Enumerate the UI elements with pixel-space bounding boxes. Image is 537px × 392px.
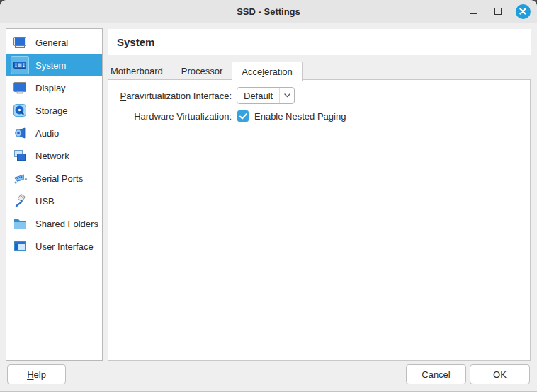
chevron-down-icon (279, 88, 294, 103)
sidebar-item-label: General (35, 38, 68, 48)
sidebar-item-label: Audio (35, 128, 59, 139)
sidebar-item-usb[interactable]: USB (6, 190, 102, 212)
tab-acceleration[interactable]: Acceleration (232, 62, 303, 81)
hardware-virtualization-row: Hardware Virtualization: Enable Nested P… (113, 110, 530, 122)
sidebar-item-user-interface[interactable]: User Interface (6, 235, 102, 258)
network-monitors-icon (11, 146, 29, 165)
sidebar-item-label: USB (35, 196, 55, 207)
sidebar-item-label: User Interface (35, 241, 94, 252)
page-title: System (117, 36, 154, 48)
sidebar-item-label: Network (35, 151, 69, 161)
maximize-button[interactable] (490, 4, 506, 19)
display-monitor-icon (11, 79, 29, 97)
cancel-button[interactable]: Cancel (406, 364, 466, 384)
minimize-icon (470, 13, 477, 14)
checkmark-icon (239, 113, 247, 120)
titlebar: SSD - Settings (0, 0, 537, 23)
window-title: SSD - Settings (237, 6, 300, 17)
help-button[interactable]: Help (7, 364, 66, 384)
settings-window: SSD - Settings (0, 0, 537, 392)
sidebar-item-display[interactable]: Display (6, 76, 102, 99)
sidebar-item-serial-ports[interactable]: Serial Ports (6, 167, 102, 190)
serial-port-icon (11, 169, 29, 188)
acceleration-tab-panel: Paravirtualization Interface: Default Ha… (108, 79, 531, 361)
sidebar-item-general[interactable]: General (6, 31, 102, 54)
nested-paging-checkbox[interactable] (237, 110, 249, 122)
audio-speaker-icon (11, 124, 29, 142)
storage-disk-icon (11, 101, 29, 120)
usb-plug-icon (11, 192, 29, 210)
ok-button[interactable]: OK (470, 364, 530, 384)
page-header: System (108, 29, 531, 55)
paravirtualization-row: Paravirtualization Interface: Default (113, 87, 530, 104)
user-interface-window-icon (11, 237, 29, 255)
sidebar-item-system[interactable]: System (6, 54, 102, 76)
sidebar-item-shared-folders[interactable]: Shared Folders (6, 212, 102, 235)
paravirtualization-select[interactable]: Default (237, 87, 295, 104)
sidebar-item-label: Serial Ports (35, 173, 83, 184)
sidebar-item-label: Shared Folders (35, 219, 98, 229)
shared-folder-icon (11, 214, 29, 233)
window-controls (465, 0, 531, 23)
close-button[interactable] (515, 4, 531, 19)
hardware-virtualization-label: Hardware Virtualization: (113, 111, 232, 122)
system-chip-icon (11, 56, 29, 74)
nested-paging-checkbox-label: Enable Nested Paging (254, 111, 346, 122)
paravirtualization-selected-value: Default (237, 88, 279, 103)
paravirtualization-label: Paravirtualization Interface: (113, 91, 232, 101)
sidebar-item-network[interactable]: Network (6, 144, 102, 167)
sidebar-item-label: Display (35, 83, 66, 93)
sidebar-item-label: System (35, 60, 66, 71)
system-tabs: Motherboard Processor Acceleration (108, 61, 303, 80)
tab-motherboard[interactable]: Motherboard (108, 62, 172, 80)
maximize-icon (494, 8, 502, 15)
sidebar-item-storage[interactable]: Storage (6, 99, 102, 122)
general-monitor-icon (11, 33, 29, 52)
settings-category-list: General System (6, 28, 103, 361)
sidebar-item-label: Storage (35, 105, 68, 116)
close-icon (516, 4, 531, 19)
sidebar-item-audio[interactable]: Audio (6, 122, 102, 144)
minimize-button[interactable] (465, 4, 481, 19)
tab-processor[interactable]: Processor (172, 62, 232, 80)
